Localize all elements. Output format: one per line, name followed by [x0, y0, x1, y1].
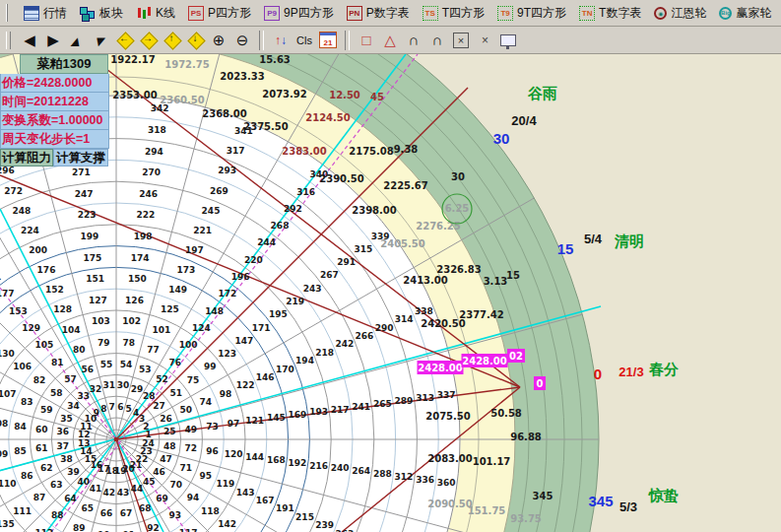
wheel-number: 224 — [21, 226, 39, 235]
toolbar-item-quotes[interactable]: 行情 — [22, 2, 69, 24]
wheel-number: 76 — [169, 358, 182, 367]
wheel-number: 117 — [179, 528, 198, 532]
wheel-number: 289 — [395, 396, 414, 406]
wheel-number: 270 — [142, 167, 161, 177]
toolbar-item-9t-square[interactable]: T99T四方形 — [495, 2, 568, 24]
wheel-number: 108 — [0, 419, 8, 429]
scroll-left-button[interactable]: ◀ — [20, 30, 39, 51]
toolbar-grip-2[interactable] — [6, 32, 11, 49]
pan-up-button[interactable]: ↑ — [162, 30, 181, 51]
pan-right-button[interactable]: → — [138, 30, 158, 51]
toolbar-item-9p-square[interactable]: P99P四方形 — [262, 2, 336, 24]
kline-icon — [136, 6, 152, 21]
wheel-number: 79 — [98, 338, 110, 348]
center-view-button[interactable]: × — [475, 30, 494, 51]
scroll-right-button[interactable]: ▶ — [43, 30, 63, 51]
cls-button[interactable]: Cls — [294, 30, 314, 51]
calc-resistance-button[interactable]: 计算阻力 — [0, 149, 53, 166]
wheel-number: 38 — [60, 454, 73, 464]
wheel-number: 32 — [90, 384, 102, 394]
solar-term-date: 21/3 — [618, 365, 643, 379]
presentation-button[interactable] — [498, 30, 518, 51]
arrow-glyph: ← — [116, 33, 133, 43]
degree-label-inner: 6.25 — [445, 203, 470, 214]
price-label-outer: 2023.33 — [220, 71, 265, 82]
toolbar-item-sectors[interactable]: 板块 — [78, 2, 125, 24]
9t-square-icon: T9 — [497, 6, 513, 21]
pan-down-button[interactable]: ↓ — [185, 30, 205, 51]
toolbar-item-label: 9T四方形 — [517, 5, 566, 22]
zoom-out-button[interactable]: ⊖ — [232, 30, 252, 51]
wheel-number: 39 — [67, 467, 80, 477]
calendar-button[interactable]: 21 — [318, 30, 338, 51]
wheel-number: 292 — [284, 204, 302, 214]
gann-wheel-chart[interactable]: 1234567891011121314151617181920212223242… — [0, 54, 781, 532]
toolbar-item-p-number-table[interactable]: PNP数字表 — [345, 2, 412, 24]
price-label-outer: 2124.50 — [305, 112, 351, 123]
degree-label-inner: 3.13 — [484, 276, 508, 287]
wheel-number: 220 — [244, 255, 263, 265]
arrow-glyph: → — [140, 33, 157, 43]
axis-flip-button[interactable]: ↑↓ — [271, 30, 291, 51]
price-label-inner: 96.88 — [510, 432, 542, 442]
cursor-up-button[interactable]: ▲ — [63, 30, 90, 51]
wheel-number: 169 — [289, 410, 307, 420]
wheel-number: 51 — [169, 388, 182, 398]
p-number-table-icon: PN — [347, 6, 362, 21]
wheel-number: 92 — [147, 523, 160, 532]
price-label-inner: 93.75 — [510, 513, 542, 524]
wheel-number: 45 — [143, 477, 156, 487]
cursor-down-button[interactable]: ▼ — [87, 30, 113, 51]
wheel-number: 264 — [352, 466, 370, 476]
wheel-number: 218 — [315, 348, 334, 358]
maximize-box-button[interactable]: × — [451, 30, 471, 51]
calc-support-button[interactable]: 计算支撑 — [53, 149, 108, 166]
wheel-number: 315 — [355, 244, 373, 254]
arrow-glyph: ↓ — [187, 33, 204, 43]
toolbar-item-gann-wheel[interactable]: ◉江恩轮 — [652, 2, 708, 24]
price-label-outer: 2225.67 — [383, 180, 428, 191]
toolbar-item-t-square[interactable]: TST四方形 — [421, 2, 487, 24]
price-highlight-text: 2428.00 — [462, 356, 507, 366]
price-label-inner: 2390.50 — [319, 173, 364, 184]
wheel-number: 42 — [103, 488, 116, 498]
wheel-number: 314 — [395, 314, 414, 324]
arc-tool-1-button[interactable]: ∩ — [404, 30, 423, 51]
wheel-number: 33 — [77, 391, 90, 401]
toolbar-grip[interactable] — [6, 4, 8, 22]
toolbar-item-kline[interactable]: K线 — [134, 2, 177, 24]
price-label-inner: 2360.50 — [160, 95, 205, 105]
wheel-number: 215 — [295, 512, 314, 522]
wheel-number: 27 — [153, 401, 165, 411]
wheel-number: 69 — [156, 494, 168, 503]
toolbar-item-t-number-table[interactable]: TNT数字表 — [577, 2, 643, 24]
wheel-number: 103 — [92, 316, 110, 326]
wheel-number: 318 — [148, 125, 166, 135]
info-panel: 菜粕1309 价格=2428.0000 时间=20121228 变换系数=1.0… — [0, 54, 108, 166]
wheel-number: 75 — [187, 375, 200, 385]
wheel-number: 125 — [161, 304, 179, 314]
toolbar-item-p-square[interactable]: PSP四方形 — [186, 2, 253, 24]
pan-left-button[interactable]: ← — [114, 30, 134, 51]
toolbar-item-winner-wheel[interactable]: Big赢家轮 — [717, 2, 773, 24]
wheel-number: 97 — [228, 419, 240, 429]
wheel-number: 149 — [168, 285, 187, 295]
wheel-number: 171 — [252, 323, 271, 333]
wheel-number: 89 — [73, 523, 86, 532]
triangle-tool-button[interactable]: △ — [380, 30, 400, 51]
arc-tool-2-button[interactable]: ∩ — [427, 30, 447, 51]
degree-label-outer: 45 — [370, 92, 384, 102]
zoom-in-button[interactable]: ⊕ — [209, 30, 228, 51]
wheel-number: 49 — [185, 425, 198, 434]
wheel-number: 143 — [236, 488, 255, 498]
wheel-number: 87 — [33, 493, 46, 502]
wheel-number: 66 — [100, 508, 113, 518]
wheel-number: 360 — [437, 478, 456, 488]
price-label-outer: 2377.42 — [459, 309, 504, 320]
square-tool-button[interactable]: □ — [357, 30, 376, 51]
wheel-number: 151 — [86, 274, 104, 284]
wheel-number: 175 — [83, 253, 101, 263]
wheel-number: 338 — [415, 306, 433, 316]
wheel-number: 219 — [286, 297, 304, 306]
gann-wheel-svg[interactable]: 1234567891011121314151617181920212223242… — [0, 54, 781, 532]
